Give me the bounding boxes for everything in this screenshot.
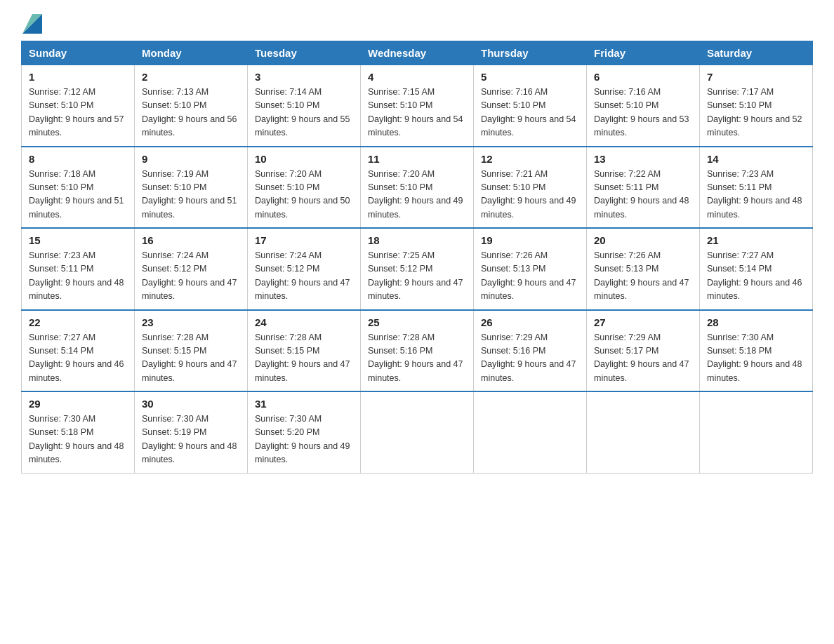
day-info: Sunrise: 7:24 AMSunset: 5:12 PMDaylight:… (255, 250, 350, 301)
calendar-cell: 15 Sunrise: 7:23 AMSunset: 5:11 PMDaylig… (22, 228, 135, 310)
day-number: 7 (707, 71, 805, 83)
col-header-friday: Friday (587, 41, 700, 65)
calendar-cell: 22 Sunrise: 7:27 AMSunset: 5:14 PMDaylig… (22, 310, 135, 392)
calendar-cell: 24 Sunrise: 7:28 AMSunset: 5:15 PMDaylig… (248, 310, 361, 392)
day-info: Sunrise: 7:18 AMSunset: 5:10 PMDaylight:… (29, 169, 124, 220)
day-info: Sunrise: 7:27 AMSunset: 5:14 PMDaylight:… (29, 333, 124, 383)
calendar-cell: 13 Sunrise: 7:22 AMSunset: 5:11 PMDaylig… (587, 147, 700, 229)
day-info: Sunrise: 7:30 AMSunset: 5:19 PMDaylight:… (142, 414, 237, 464)
day-number: 30 (142, 398, 240, 410)
day-info: Sunrise: 7:20 AMSunset: 5:10 PMDaylight:… (368, 169, 463, 220)
day-number: 8 (29, 153, 127, 165)
day-number: 20 (594, 234, 692, 246)
day-number: 10 (255, 153, 353, 165)
col-header-monday: Monday (135, 41, 248, 65)
day-number: 6 (594, 71, 692, 83)
day-info: Sunrise: 7:16 AMSunset: 5:10 PMDaylight:… (481, 87, 576, 137)
day-info: Sunrise: 7:13 AMSunset: 5:10 PMDaylight:… (142, 87, 237, 137)
day-number: 29 (29, 398, 127, 410)
logo (21, 14, 42, 34)
col-header-thursday: Thursday (474, 41, 587, 65)
calendar-cell: 20 Sunrise: 7:26 AMSunset: 5:13 PMDaylig… (587, 228, 700, 310)
day-number: 12 (481, 153, 579, 165)
day-number: 16 (142, 234, 240, 246)
col-header-wednesday: Wednesday (361, 41, 474, 65)
calendar-cell: 8 Sunrise: 7:18 AMSunset: 5:10 PMDayligh… (22, 147, 135, 229)
calendar-week-row: 8 Sunrise: 7:18 AMSunset: 5:10 PMDayligh… (22, 147, 813, 229)
day-info: Sunrise: 7:30 AMSunset: 5:20 PMDaylight:… (255, 414, 350, 464)
day-info: Sunrise: 7:16 AMSunset: 5:10 PMDaylight:… (594, 87, 689, 137)
day-number: 19 (481, 234, 579, 246)
day-number: 26 (481, 316, 579, 328)
day-info: Sunrise: 7:26 AMSunset: 5:13 PMDaylight:… (594, 250, 689, 301)
calendar-cell: 9 Sunrise: 7:19 AMSunset: 5:10 PMDayligh… (135, 147, 248, 229)
day-number: 27 (594, 316, 692, 328)
calendar-cell: 10 Sunrise: 7:20 AMSunset: 5:10 PMDaylig… (248, 147, 361, 229)
day-info: Sunrise: 7:21 AMSunset: 5:10 PMDaylight:… (481, 169, 576, 220)
day-number: 4 (368, 71, 466, 83)
calendar-cell: 4 Sunrise: 7:15 AMSunset: 5:10 PMDayligh… (361, 65, 474, 147)
day-info: Sunrise: 7:25 AMSunset: 5:12 PMDaylight:… (368, 250, 463, 301)
day-info: Sunrise: 7:24 AMSunset: 5:12 PMDaylight:… (142, 250, 237, 301)
page-header (21, 14, 813, 34)
calendar-cell (587, 391, 700, 473)
day-number: 23 (142, 316, 240, 328)
calendar-cell: 14 Sunrise: 7:23 AMSunset: 5:11 PMDaylig… (700, 147, 813, 229)
calendar-cell: 29 Sunrise: 7:30 AMSunset: 5:18 PMDaylig… (22, 391, 135, 473)
calendar-week-row: 29 Sunrise: 7:30 AMSunset: 5:18 PMDaylig… (22, 391, 813, 473)
calendar-cell: 26 Sunrise: 7:29 AMSunset: 5:16 PMDaylig… (474, 310, 587, 392)
day-number: 15 (29, 234, 127, 246)
calendar-cell: 27 Sunrise: 7:29 AMSunset: 5:17 PMDaylig… (587, 310, 700, 392)
calendar-header-row: SundayMondayTuesdayWednesdayThursdayFrid… (22, 41, 813, 65)
calendar-cell (361, 391, 474, 473)
calendar-cell: 25 Sunrise: 7:28 AMSunset: 5:16 PMDaylig… (361, 310, 474, 392)
day-number: 14 (707, 153, 805, 165)
calendar-table: SundayMondayTuesdayWednesdayThursdayFrid… (21, 41, 813, 474)
calendar-cell: 18 Sunrise: 7:25 AMSunset: 5:12 PMDaylig… (361, 228, 474, 310)
calendar-cell (474, 391, 587, 473)
day-info: Sunrise: 7:28 AMSunset: 5:16 PMDaylight:… (368, 333, 463, 383)
day-number: 9 (142, 153, 240, 165)
day-number: 21 (707, 234, 805, 246)
day-info: Sunrise: 7:28 AMSunset: 5:15 PMDaylight:… (142, 333, 237, 383)
calendar-cell: 7 Sunrise: 7:17 AMSunset: 5:10 PMDayligh… (700, 65, 813, 147)
day-number: 31 (255, 398, 353, 410)
calendar-cell: 19 Sunrise: 7:26 AMSunset: 5:13 PMDaylig… (474, 228, 587, 310)
day-number: 2 (142, 71, 240, 83)
calendar-cell: 28 Sunrise: 7:30 AMSunset: 5:18 PMDaylig… (700, 310, 813, 392)
calendar-cell: 21 Sunrise: 7:27 AMSunset: 5:14 PMDaylig… (700, 228, 813, 310)
day-number: 22 (29, 316, 127, 328)
day-info: Sunrise: 7:20 AMSunset: 5:10 PMDaylight:… (255, 169, 350, 220)
day-info: Sunrise: 7:17 AMSunset: 5:10 PMDaylight:… (707, 87, 802, 137)
day-info: Sunrise: 7:29 AMSunset: 5:17 PMDaylight:… (594, 333, 689, 383)
day-info: Sunrise: 7:14 AMSunset: 5:10 PMDaylight:… (255, 87, 350, 137)
calendar-cell: 5 Sunrise: 7:16 AMSunset: 5:10 PMDayligh… (474, 65, 587, 147)
day-number: 17 (255, 234, 353, 246)
calendar-cell: 12 Sunrise: 7:21 AMSunset: 5:10 PMDaylig… (474, 147, 587, 229)
calendar-cell: 3 Sunrise: 7:14 AMSunset: 5:10 PMDayligh… (248, 65, 361, 147)
calendar-cell: 17 Sunrise: 7:24 AMSunset: 5:12 PMDaylig… (248, 228, 361, 310)
day-number: 11 (368, 153, 466, 165)
day-info: Sunrise: 7:28 AMSunset: 5:15 PMDaylight:… (255, 333, 350, 383)
day-info: Sunrise: 7:23 AMSunset: 5:11 PMDaylight:… (29, 250, 124, 301)
day-number: 5 (481, 71, 579, 83)
col-header-saturday: Saturday (700, 41, 813, 65)
calendar-cell: 1 Sunrise: 7:12 AMSunset: 5:10 PMDayligh… (22, 65, 135, 147)
day-info: Sunrise: 7:30 AMSunset: 5:18 PMDaylight:… (707, 333, 802, 383)
calendar-cell: 2 Sunrise: 7:13 AMSunset: 5:10 PMDayligh… (135, 65, 248, 147)
day-info: Sunrise: 7:29 AMSunset: 5:16 PMDaylight:… (481, 333, 576, 383)
day-number: 18 (368, 234, 466, 246)
calendar-cell: 31 Sunrise: 7:30 AMSunset: 5:20 PMDaylig… (248, 391, 361, 473)
calendar-cell: 16 Sunrise: 7:24 AMSunset: 5:12 PMDaylig… (135, 228, 248, 310)
day-number: 25 (368, 316, 466, 328)
calendar-week-row: 22 Sunrise: 7:27 AMSunset: 5:14 PMDaylig… (22, 310, 813, 392)
calendar-week-row: 1 Sunrise: 7:12 AMSunset: 5:10 PMDayligh… (22, 65, 813, 147)
col-header-sunday: Sunday (22, 41, 135, 65)
day-info: Sunrise: 7:19 AMSunset: 5:10 PMDaylight:… (142, 169, 237, 220)
day-info: Sunrise: 7:23 AMSunset: 5:11 PMDaylight:… (707, 169, 802, 220)
calendar-cell (700, 391, 813, 473)
calendar-week-row: 15 Sunrise: 7:23 AMSunset: 5:11 PMDaylig… (22, 228, 813, 310)
day-info: Sunrise: 7:30 AMSunset: 5:18 PMDaylight:… (29, 414, 124, 464)
day-info: Sunrise: 7:15 AMSunset: 5:10 PMDaylight:… (368, 87, 463, 137)
day-info: Sunrise: 7:22 AMSunset: 5:11 PMDaylight:… (594, 169, 689, 220)
